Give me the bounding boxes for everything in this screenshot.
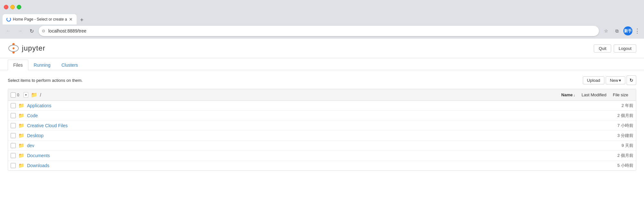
- tab-files[interactable]: Files: [8, 60, 28, 70]
- back-button[interactable]: ←: [4, 26, 13, 35]
- new-button-arrow: ▾: [619, 78, 621, 83]
- file-checkbox-4[interactable]: [11, 143, 16, 148]
- file-modified-6: 5 小時前: [595, 163, 633, 168]
- extensions-button[interactable]: ⧉: [612, 26, 621, 35]
- file-table: 0 ▾ 📁 / Name ↓ Last Modified File size: [8, 89, 636, 171]
- traffic-lights: [4, 5, 21, 9]
- title-bar: [0, 0, 644, 14]
- browser-tab[interactable]: Home Page - Select or create a ✕: [3, 14, 77, 24]
- table-row: 📁 Code 2 個月前: [8, 111, 636, 121]
- file-name-3[interactable]: Desktop: [27, 133, 592, 138]
- file-name-4[interactable]: dev: [27, 143, 592, 148]
- browser-actions: ☆ ⧉ 新手 ⋮: [601, 26, 640, 35]
- file-checkbox-0[interactable]: [11, 103, 16, 108]
- jupyter-logo: jupyter: [8, 43, 45, 54]
- checkbox-counter: 0 ▾: [11, 92, 28, 98]
- folder-icon-6: 📁: [18, 163, 24, 168]
- jupyter-page: jupyter Quit Logout Files Running Cluste…: [0, 39, 644, 210]
- file-checkbox-6[interactable]: [11, 163, 16, 168]
- folder-icon-5: 📁: [18, 153, 24, 158]
- folder-icon-3: 📁: [18, 133, 24, 138]
- file-modified-1: 2 個月前: [595, 113, 633, 119]
- table-row: 📁 Applications 2 年前: [8, 101, 636, 111]
- new-button[interactable]: New ▾: [606, 76, 625, 84]
- selected-count: 0: [17, 93, 22, 97]
- folder-icon-0: 📁: [18, 103, 24, 109]
- file-table-header: 0 ▾ 📁 / Name ↓ Last Modified File size: [8, 89, 636, 101]
- toolbar-right: Upload New ▾ ↻: [583, 75, 636, 85]
- table-row: 📁 Creative Cloud Files 7 小時前: [8, 121, 636, 131]
- file-checkbox-3[interactable]: [11, 133, 16, 138]
- file-checkbox-5[interactable]: [11, 153, 16, 158]
- svg-point-3: [13, 47, 14, 49]
- tab-clusters[interactable]: Clusters: [56, 60, 83, 70]
- folder-icon-2: 📁: [18, 123, 24, 129]
- minimize-button[interactable]: [10, 5, 15, 9]
- breadcrumb-area: 0 ▾ 📁 /: [11, 92, 554, 98]
- new-button-label: New: [610, 78, 618, 83]
- forward-button[interactable]: →: [15, 26, 24, 35]
- file-name-6[interactable]: Downloads: [27, 163, 592, 168]
- root-folder-icon: 📁: [31, 92, 37, 98]
- browser-window: Home Page - Select or create a ✕ + ← → ↻…: [0, 0, 644, 39]
- file-browser: Select items to perform actions on them.…: [0, 70, 644, 176]
- file-checkbox-1[interactable]: [11, 113, 16, 118]
- table-row: 📁 Documents 2 個月前: [8, 151, 636, 161]
- address-input[interactable]: [39, 26, 599, 36]
- file-checkbox-2[interactable]: [11, 123, 16, 128]
- close-button[interactable]: [4, 5, 8, 9]
- select-info-text: Select items to perform actions on them.: [8, 78, 83, 83]
- jupyter-header: jupyter Quit Logout: [0, 39, 644, 58]
- logout-button[interactable]: Logout: [614, 44, 636, 52]
- table-row: 📁 Desktop 3 分鐘前: [8, 131, 636, 141]
- file-modified-3: 3 分鐘前: [595, 133, 633, 138]
- header-buttons: Quit Logout: [594, 44, 636, 52]
- address-bar: ← → ↻ ⊙ ☆ ⧉ 新手 ⋮: [0, 24, 644, 39]
- reload-button[interactable]: ↻: [27, 26, 36, 35]
- checkbox-dropdown[interactable]: ▾: [24, 92, 28, 98]
- file-rows-container: 📁 Applications 2 年前 📁 Code 2 個月前 📁 Creat…: [8, 101, 636, 170]
- tab-loading-spinner: [6, 17, 11, 22]
- tab-title: Home Page - Select or create a: [13, 17, 67, 22]
- jupyter-logo-icon: [8, 43, 19, 54]
- file-name-5[interactable]: Documents: [27, 153, 592, 158]
- col-header-file-size[interactable]: File size: [610, 92, 631, 98]
- jupyter-logo-text: jupyter: [22, 44, 45, 52]
- file-name-0[interactable]: Applications: [27, 103, 592, 108]
- breadcrumb-slash: /: [40, 92, 41, 98]
- table-row: 📁 dev 9 天前: [8, 141, 636, 151]
- folder-icon-1: 📁: [18, 113, 24, 119]
- nav-tabs: Files Running Clusters: [0, 60, 644, 70]
- tabs-bar: Home Page - Select or create a ✕ +: [0, 14, 644, 24]
- more-menu-button[interactable]: ⋮: [634, 27, 640, 34]
- file-modified-2: 7 小時前: [595, 123, 633, 129]
- table-row: 📁 Downloads 5 小時前: [8, 161, 636, 170]
- upload-button[interactable]: Upload: [583, 76, 604, 84]
- quit-button[interactable]: Quit: [594, 44, 611, 52]
- name-sort-arrow: ↓: [573, 93, 575, 97]
- select-all-checkbox[interactable]: [11, 92, 16, 98]
- file-name-2[interactable]: Creative Cloud Files: [27, 123, 592, 128]
- address-bar-wrapper: ⊙: [39, 26, 599, 36]
- file-browser-toolbar: Select items to perform actions on them.…: [8, 75, 636, 85]
- column-headers: Name ↓ Last Modified File size: [556, 91, 633, 99]
- tab-close-button[interactable]: ✕: [69, 17, 73, 22]
- file-name-1[interactable]: Code: [27, 113, 592, 118]
- bookmark-button[interactable]: ☆: [601, 26, 611, 35]
- profile-button[interactable]: 新手: [623, 26, 632, 35]
- file-modified-5: 2 個月前: [595, 153, 633, 158]
- file-modified-0: 2 年前: [595, 103, 633, 109]
- col-header-name[interactable]: Name ↓: [559, 92, 578, 98]
- folder-icon-4: 📁: [18, 143, 24, 148]
- refresh-button[interactable]: ↻: [627, 75, 636, 85]
- col-header-last-modified[interactable]: Last Modified: [579, 92, 609, 98]
- new-tab-button[interactable]: +: [77, 15, 86, 24]
- col-name-label: Name: [561, 92, 573, 97]
- file-modified-4: 9 天前: [595, 143, 633, 148]
- tab-running[interactable]: Running: [28, 60, 56, 70]
- maximize-button[interactable]: [17, 5, 21, 9]
